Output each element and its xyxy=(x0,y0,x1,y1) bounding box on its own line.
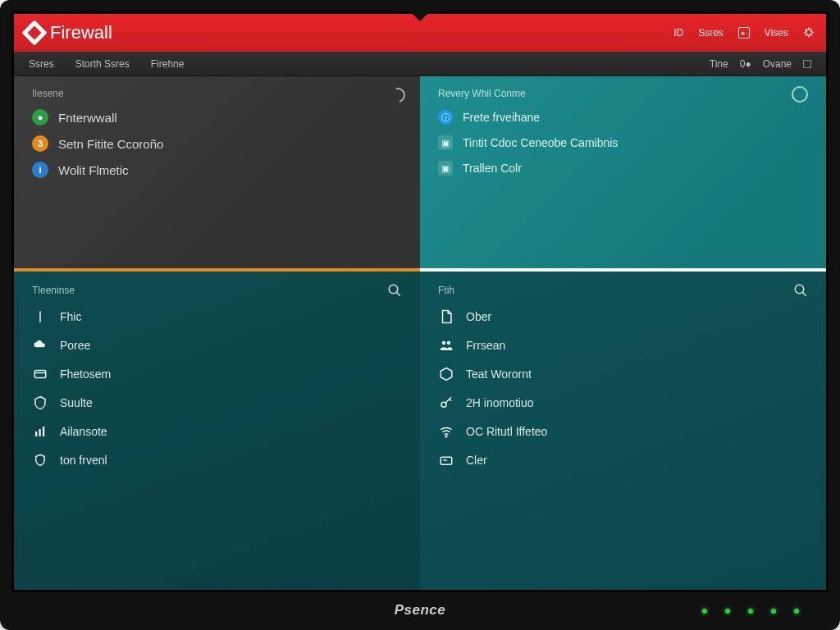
nav-item-oc[interactable]: OC Ritutl Iffeteo xyxy=(438,423,808,440)
titlebar-action-label: ID xyxy=(673,27,683,39)
status-row-control[interactable]: 3 Setn Fitite Ccoroño xyxy=(32,135,402,152)
svg-point-10 xyxy=(447,341,451,345)
svg-point-12 xyxy=(441,402,446,407)
nav-item-poree[interactable]: Poree xyxy=(32,337,402,354)
svg-line-1 xyxy=(396,292,400,296)
nav-panel-right: Ftih Ober Frrsean Teat Worornt xyxy=(420,272,826,590)
nav-label: Ober xyxy=(466,310,491,323)
app-title: Firewall xyxy=(50,22,112,43)
menubar-right: Tine 0● Ovane xyxy=(710,58,811,70)
people-icon xyxy=(438,337,454,354)
nav-item-fhetosem[interactable]: Fhetosem xyxy=(32,366,402,382)
nav-label: OC Ritutl Iffeteo xyxy=(466,425,547,438)
nav-item-ton-frvenl[interactable]: ton frvenl xyxy=(32,452,402,468)
menu-firehne[interactable]: Firehne xyxy=(151,58,185,70)
menubar-left: Ssres Storth Ssres Firehne xyxy=(29,58,184,70)
feature-label: Trallen Colr xyxy=(463,162,522,175)
svg-point-9 xyxy=(442,341,446,345)
status-label: Fnterwwall xyxy=(58,111,117,125)
bezel: Firewall ID Ssres ▸ Vises xyxy=(11,11,829,592)
nav-label: Suulte xyxy=(60,396,93,409)
menu-ovane[interactable]: Ovane xyxy=(763,58,792,70)
screen: Firewall ID Ssres ▸ Vises xyxy=(14,14,826,590)
svg-rect-4 xyxy=(35,431,37,436)
nav-label: Fhetosem xyxy=(60,368,111,381)
nav-label: Ailansote xyxy=(60,425,107,438)
folder-icon: ▣ xyxy=(438,135,453,150)
svg-marker-11 xyxy=(441,368,452,381)
nav-item-ober[interactable]: Ober xyxy=(438,308,808,325)
titlebar-action-settings[interactable] xyxy=(803,27,815,39)
status-row-metric[interactable]: i Wolit Flmetic xyxy=(32,162,402,178)
nav-label: Cler xyxy=(466,454,487,467)
nav-item-teat[interactable]: Teat Worornt xyxy=(438,366,808,382)
card2-icon xyxy=(438,452,454,468)
svg-line-8 xyxy=(802,292,806,296)
titlebar-action-ssres[interactable]: Ssres xyxy=(698,27,724,39)
nav-item-suulte[interactable]: Suulte xyxy=(32,395,402,411)
search-icon[interactable] xyxy=(387,283,402,298)
square-icon[interactable] xyxy=(803,60,811,68)
svg-point-0 xyxy=(389,285,398,294)
nav-label: 2H inomotiuo xyxy=(466,396,534,409)
nav-label: Poree xyxy=(60,339,90,352)
menu-ssres[interactable]: Ssres xyxy=(29,58,54,70)
status-badge-blue-icon: i xyxy=(32,162,48,178)
feature-label: Frete frveihane xyxy=(463,111,540,124)
feature-row-1[interactable]: ⓘ Frete frveihane xyxy=(438,110,808,125)
key-icon xyxy=(438,395,454,411)
menu-storth[interactable]: Storth Ssres xyxy=(75,58,130,70)
shield-icon xyxy=(32,395,48,411)
nav-item-ailansote[interactable]: Ailansote xyxy=(32,423,402,440)
nav-item-frrsean[interactable]: Frrsean xyxy=(438,337,808,354)
led-icon xyxy=(794,609,799,614)
titlebar-left: Firewall xyxy=(25,22,112,43)
upper-pane: Ilesene ● Fnterwwall 3 Setn Fitite Ccoro… xyxy=(14,76,826,272)
titlebar-action-id[interactable]: ID xyxy=(673,27,683,39)
nav-item-2h[interactable]: 2H inomotiuo xyxy=(438,395,808,411)
shield-outline-icon xyxy=(32,452,48,468)
tower-icon xyxy=(32,308,48,325)
status-badge-green-icon: ● xyxy=(32,109,48,126)
circle-icon[interactable] xyxy=(792,86,808,103)
svg-point-13 xyxy=(445,436,447,437)
titlebar-right: ID Ssres ▸ Vises xyxy=(673,27,815,39)
cloud-icon xyxy=(32,337,48,354)
lower-pane: Tleeninse Fhic Poree Fhetosem xyxy=(14,272,826,590)
feature-panel-header: Revery Whil Conme xyxy=(438,88,808,99)
search-icon[interactable] xyxy=(793,283,808,298)
feature-panel: Revery Whil Conme ⓘ Frete frveihane ▣ Ti… xyxy=(420,76,826,268)
card-icon xyxy=(32,366,48,382)
nav-item-cler[interactable]: Cler xyxy=(438,452,808,468)
titlebar-action-label: Vises xyxy=(765,27,788,39)
feature-row-3[interactable]: ▣ Trallen Colr xyxy=(438,161,808,176)
led-icon xyxy=(748,609,753,614)
menu-tine[interactable]: Tine xyxy=(710,58,728,70)
dot-icon: ⓘ xyxy=(438,110,453,125)
svg-rect-6 xyxy=(43,427,44,436)
settings-icon xyxy=(803,27,815,39)
svg-rect-5 xyxy=(39,429,41,436)
monitor-leds xyxy=(702,609,799,614)
feature-row-2[interactable]: ▣ Tintit Cdoc Ceneobe Camibnis xyxy=(438,135,808,150)
nav-left-header: Tleeninse xyxy=(32,285,402,296)
nav-label: Teat Worornt xyxy=(466,368,532,381)
menu-indicator: 0● xyxy=(740,58,751,70)
status-row-firewall[interactable]: ● Fnterwwall xyxy=(32,109,402,126)
led-icon xyxy=(702,609,707,614)
titlebar-action-box[interactable]: ▸ xyxy=(738,27,750,39)
nav-label: Fhic xyxy=(60,310,81,323)
status-panel-header: Ilesene xyxy=(32,88,402,99)
nav-right-header: Ftih xyxy=(438,285,808,296)
monitor-frame: Firewall ID Ssres ▸ Vises xyxy=(0,0,840,630)
menubar: Ssres Storth Ssres Firehne Tine 0● Ovane xyxy=(14,52,826,76)
nav-item-fhic[interactable]: Fhic xyxy=(32,308,402,325)
led-icon xyxy=(725,609,730,614)
titlebar-action-vises[interactable]: Vises xyxy=(765,27,788,39)
nav-panel-left: Tleeninse Fhic Poree Fhetosem xyxy=(14,272,420,590)
nav-label: ton frvenl xyxy=(60,454,107,467)
doc-icon xyxy=(438,308,454,325)
status-label: Wolit Flmetic xyxy=(58,163,129,177)
svg-point-7 xyxy=(795,285,804,294)
titlebar-action-label: Ssres xyxy=(698,27,724,39)
